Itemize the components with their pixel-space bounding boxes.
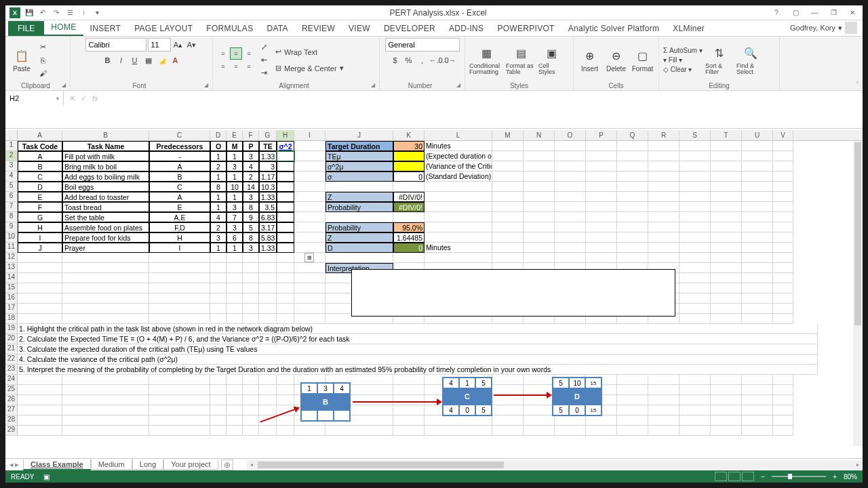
row-header[interactable]: 15 bbox=[5, 283, 18, 293]
cell[interactable]: (Expected duration of Critical Path) bbox=[425, 151, 492, 161]
cell[interactable] bbox=[226, 314, 243, 324]
cell[interactable] bbox=[586, 415, 617, 426]
row-header[interactable]: 19 bbox=[5, 324, 18, 334]
column-header[interactable]: D bbox=[210, 130, 226, 140]
alignment-grid[interactable]: ≡≡≡ ≡≡≡ bbox=[217, 47, 255, 73]
cell[interactable]: Z bbox=[326, 192, 393, 202]
undo-icon[interactable]: ↶ bbox=[38, 8, 47, 18]
cell[interactable]: Task Name bbox=[62, 141, 149, 151]
cell[interactable]: Boil eggs bbox=[62, 182, 149, 192]
copy-icon[interactable]: ⎘ bbox=[37, 54, 49, 66]
row-header[interactable]: 1 bbox=[5, 141, 18, 151]
cell[interactable] bbox=[210, 405, 226, 415]
cell[interactable] bbox=[555, 192, 586, 202]
cell[interactable] bbox=[711, 314, 742, 324]
enter-formula-icon[interactable]: ✓ bbox=[81, 94, 87, 103]
cell[interactable] bbox=[679, 283, 711, 293]
cell[interactable]: 3 bbox=[243, 192, 259, 202]
cell[interactable] bbox=[277, 283, 294, 293]
cell[interactable]: Predecessors bbox=[149, 141, 210, 151]
cell[interactable] bbox=[555, 232, 586, 243]
cell[interactable] bbox=[648, 375, 679, 385]
merge-center-button[interactable]: ⊟Merge & Center▾ bbox=[273, 62, 347, 75]
cell[interactable] bbox=[648, 171, 679, 182]
cell[interactable] bbox=[773, 171, 793, 182]
cell[interactable] bbox=[555, 141, 586, 151]
cell[interactable] bbox=[524, 415, 555, 426]
cell[interactable] bbox=[679, 171, 711, 182]
cell[interactable] bbox=[773, 375, 793, 385]
cell[interactable] bbox=[679, 222, 711, 232]
cell[interactable] bbox=[773, 202, 793, 212]
cell[interactable] bbox=[294, 222, 326, 232]
cell[interactable] bbox=[492, 385, 524, 395]
cell[interactable] bbox=[648, 161, 679, 171]
cell[interactable] bbox=[294, 161, 326, 171]
cell-styles-button[interactable]: ▣Cell Styles bbox=[538, 41, 564, 79]
cell[interactable]: C bbox=[149, 182, 210, 192]
cell[interactable]: Add bread to toaster bbox=[62, 192, 149, 202]
row-header[interactable]: 23 bbox=[5, 365, 18, 375]
cell[interactable] bbox=[648, 182, 679, 192]
cell[interactable] bbox=[149, 253, 210, 263]
cell[interactable] bbox=[648, 405, 679, 415]
cell[interactable] bbox=[617, 253, 648, 263]
decrease-indent-icon[interactable]: ⇤ bbox=[258, 54, 270, 66]
cell[interactable] bbox=[555, 415, 586, 426]
italic-button[interactable]: I bbox=[115, 54, 127, 66]
cell[interactable] bbox=[711, 222, 742, 232]
fill-color-icon[interactable]: ◢ bbox=[156, 54, 168, 66]
cell[interactable] bbox=[742, 182, 773, 192]
cell[interactable]: Set the table bbox=[62, 212, 149, 222]
cell[interactable]: I bbox=[149, 243, 210, 253]
row-header[interactable]: 13 bbox=[5, 263, 18, 273]
cancel-formula-icon[interactable]: ✕ bbox=[69, 94, 75, 103]
cell[interactable] bbox=[617, 202, 648, 212]
cell[interactable] bbox=[62, 426, 149, 436]
insert-cells-button[interactable]: ⊕Insert bbox=[578, 41, 601, 79]
cell[interactable] bbox=[679, 273, 711, 283]
format-cells-button[interactable]: ▢Format bbox=[631, 41, 654, 79]
tab-addins[interactable]: ADD-INS bbox=[442, 21, 490, 36]
cell[interactable] bbox=[617, 415, 648, 426]
cell[interactable]: A bbox=[149, 161, 210, 171]
cell[interactable] bbox=[277, 395, 294, 405]
cell[interactable] bbox=[679, 161, 711, 171]
cell[interactable] bbox=[277, 171, 294, 182]
cell[interactable] bbox=[586, 212, 617, 222]
cell[interactable] bbox=[294, 141, 326, 151]
cell[interactable] bbox=[149, 283, 210, 293]
cell[interactable] bbox=[243, 415, 259, 426]
cell[interactable]: Toast bread bbox=[62, 202, 149, 212]
cell[interactable]: 7 bbox=[226, 212, 243, 222]
cell[interactable] bbox=[277, 304, 294, 314]
cell[interactable] bbox=[648, 141, 679, 151]
cell[interactable] bbox=[149, 385, 210, 395]
cell[interactable]: 1.64485 bbox=[393, 232, 425, 243]
cell[interactable] bbox=[393, 395, 425, 405]
cell[interactable] bbox=[742, 283, 773, 293]
row-header[interactable]: 22 bbox=[5, 354, 18, 365]
row-header[interactable]: 10 bbox=[5, 232, 18, 243]
row-header[interactable]: 5 bbox=[5, 182, 18, 192]
tab-data[interactable]: DATA bbox=[260, 21, 294, 36]
zoom-out-icon[interactable]: − bbox=[761, 473, 765, 481]
tab-page-layout[interactable]: PAGE LAYOUT bbox=[127, 21, 199, 36]
cell[interactable]: 4. Calculate the variance of the critica… bbox=[18, 354, 818, 365]
cell[interactable] bbox=[524, 253, 555, 263]
row-header[interactable]: 16 bbox=[5, 293, 18, 304]
row-header[interactable]: 11 bbox=[5, 243, 18, 253]
cell[interactable] bbox=[742, 293, 773, 304]
cell[interactable] bbox=[18, 405, 62, 415]
cell[interactable] bbox=[259, 283, 277, 293]
sheet-tab-class-example[interactable]: Class Example bbox=[23, 460, 91, 470]
cell[interactable]: 2. Calculate the Expected Time TE = (O +… bbox=[18, 334, 818, 344]
cell[interactable]: 5.83 bbox=[259, 232, 277, 243]
cell[interactable] bbox=[742, 263, 773, 273]
cell[interactable] bbox=[711, 253, 742, 263]
cell[interactable] bbox=[326, 212, 393, 222]
cell[interactable]: Target Duration bbox=[326, 141, 393, 151]
cell[interactable] bbox=[711, 192, 742, 202]
tab-analytic-solver[interactable]: Analytic Solver Platform bbox=[561, 21, 667, 36]
cell[interactable] bbox=[149, 263, 210, 273]
